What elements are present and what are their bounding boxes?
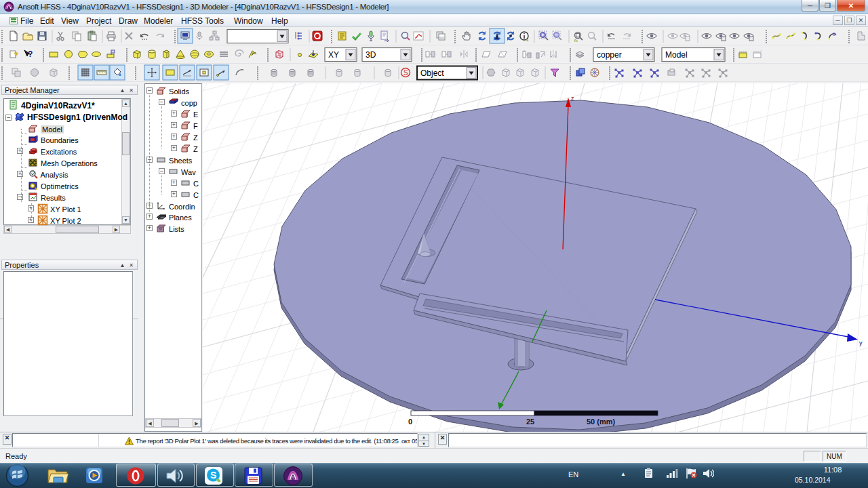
svg-text:copper: copper xyxy=(597,50,622,60)
svg-text:0: 0 xyxy=(833,32,835,37)
svg-text:S: S xyxy=(210,470,216,481)
svg-text:?: ? xyxy=(14,51,18,59)
svg-text:XY: XY xyxy=(328,50,339,60)
svg-text:25: 25 xyxy=(526,418,534,426)
svg-text:y: y xyxy=(859,340,863,346)
svg-text:S: S xyxy=(403,69,408,77)
svg-text:?: ? xyxy=(28,49,33,59)
svg-text:3D: 3D xyxy=(366,50,376,60)
svg-text:Model: Model xyxy=(665,50,688,60)
svg-text:Object: Object xyxy=(420,68,444,78)
svg-text:z: z xyxy=(571,95,574,102)
svg-text:50 (mm): 50 (mm) xyxy=(587,418,616,426)
svg-text:0: 0 xyxy=(408,418,412,426)
